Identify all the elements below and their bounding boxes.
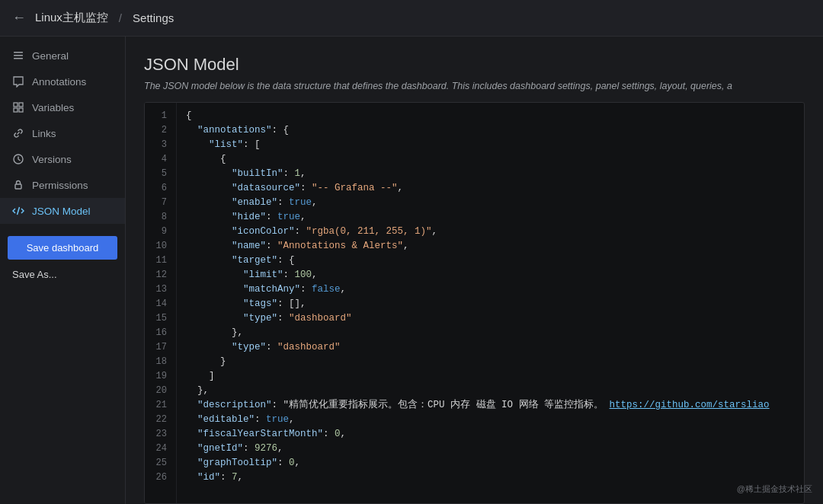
save-as-button[interactable]: Save As... <box>8 263 117 286</box>
code-line: }, <box>186 384 804 398</box>
line-number: 19 <box>145 369 167 384</box>
line-number: 25 <box>145 456 167 471</box>
general-icon <box>12 49 24 62</box>
line-number: 8 <box>145 210 167 225</box>
line-number: 6 <box>145 181 167 196</box>
line-number: 2 <box>145 123 167 138</box>
code-line: "enable": true, <box>186 196 804 210</box>
topbar: ← Linux主机监控 / Settings <box>0 0 823 37</box>
dashboard-name: Linux主机监控 <box>35 11 108 25</box>
content-area: JSON Model The JSON model below is the d… <box>126 37 823 504</box>
line-number: 3 <box>145 138 167 152</box>
code-line: "datasource": "-- Grafana --", <box>186 181 804 196</box>
line-numbers: 1234567891011121314151617181920212223242… <box>145 103 177 503</box>
code-line: "id": 7, <box>186 471 804 485</box>
line-number: 10 <box>145 239 167 254</box>
sidebar-item-general[interactable]: General <box>0 43 125 69</box>
line-number: 7 <box>145 196 167 210</box>
sidebar: GeneralAnnotationsVariablesLinksVersions… <box>0 37 126 504</box>
sidebar-item-label-versions: Versions <box>32 154 72 165</box>
code-line: { <box>186 109 804 123</box>
watermark: @稀土掘金技术社区 <box>737 483 812 495</box>
sidebar-item-label-json-model: JSON Model <box>32 206 91 217</box>
line-number: 13 <box>145 282 167 297</box>
variables-icon <box>12 101 24 113</box>
line-number: 16 <box>145 326 167 340</box>
sidebar-actions: Save dashboard Save As... <box>0 236 125 286</box>
json-editor[interactable]: 1234567891011121314151617181920212223242… <box>144 102 805 504</box>
line-number: 12 <box>145 268 167 282</box>
page-title: JSON Model <box>144 55 805 75</box>
line-number: 20 <box>145 384 167 398</box>
code-line: "annotations": { <box>186 123 804 138</box>
line-number: 11 <box>145 254 167 268</box>
svg-rect-2 <box>14 58 23 59</box>
line-number: 15 <box>145 311 167 326</box>
line-number: 23 <box>145 427 167 442</box>
sidebar-item-permissions[interactable]: Permissions <box>0 172 125 198</box>
code-line: "list": [ <box>186 138 804 152</box>
breadcrumb-separator: / <box>119 11 122 24</box>
code-line: "editable": true, <box>186 413 804 427</box>
code-line: "description": "精简优化重要指标展示。包含：CPU 内存 磁盘 … <box>186 398 804 413</box>
sidebar-item-label-annotations: Annotations <box>32 76 86 88</box>
code-content[interactable]: { "annotations": { "list": [ { "builtIn"… <box>177 103 804 503</box>
sidebar-item-links[interactable]: Links <box>0 120 125 146</box>
line-number: 9 <box>145 225 167 239</box>
code-line: "type": "dashboard" <box>186 340 804 355</box>
line-number: 18 <box>145 355 167 369</box>
code-line: }, <box>186 326 804 340</box>
links-icon <box>12 127 24 139</box>
sidebar-item-label-permissions: Permissions <box>32 180 88 191</box>
versions-icon <box>12 153 24 165</box>
sidebar-nav: GeneralAnnotationsVariablesLinksVersions… <box>0 43 125 224</box>
code-line: ] <box>186 369 804 384</box>
line-number: 17 <box>145 340 167 355</box>
code-line: { <box>186 152 804 167</box>
code-line: "matchAny": false, <box>186 282 804 297</box>
svg-rect-4 <box>19 103 23 107</box>
sidebar-item-label-general: General <box>32 50 69 62</box>
line-number: 24 <box>145 442 167 456</box>
content-description: The JSON model below is the data structu… <box>144 81 805 91</box>
line-number: 4 <box>145 152 167 167</box>
permissions-icon <box>12 179 24 191</box>
code-line: "name": "Annotations & Alerts", <box>186 239 804 254</box>
svg-rect-3 <box>14 103 18 107</box>
line-number: 14 <box>145 297 167 311</box>
svg-rect-5 <box>14 108 18 112</box>
code-line: "builtIn": 1, <box>186 167 804 181</box>
save-dashboard-button[interactable]: Save dashboard <box>8 236 117 260</box>
line-number: 22 <box>145 413 167 427</box>
sidebar-item-annotations[interactable]: Annotations <box>0 69 125 94</box>
json-model-icon <box>12 205 24 217</box>
line-number: 1 <box>145 109 167 123</box>
main-layout: GeneralAnnotationsVariablesLinksVersions… <box>0 37 823 504</box>
annotations-icon <box>12 75 24 88</box>
code-line: "graphTooltip": 0, <box>186 456 804 471</box>
sidebar-item-label-links: Links <box>32 128 56 139</box>
code-line: "target": { <box>186 254 804 268</box>
code-line: "hide": true, <box>186 210 804 225</box>
code-line: "tags": [], <box>186 297 804 311</box>
sidebar-item-json-model[interactable]: JSON Model <box>0 198 125 224</box>
line-number: 26 <box>145 471 167 485</box>
code-line: } <box>186 355 804 369</box>
sidebar-item-label-variables: Variables <box>32 102 74 113</box>
svg-rect-6 <box>19 108 23 112</box>
svg-rect-8 <box>15 184 21 189</box>
sidebar-item-versions[interactable]: Versions <box>0 146 125 172</box>
line-number: 5 <box>145 167 167 181</box>
svg-rect-1 <box>14 55 23 56</box>
page-name: Settings <box>133 11 174 24</box>
code-line: "gnetId": 9276, <box>186 442 804 456</box>
back-icon[interactable]: ← <box>12 10 26 26</box>
code-line: "type": "dashboard" <box>186 311 804 326</box>
line-number: 21 <box>145 398 167 413</box>
svg-rect-0 <box>14 52 23 53</box>
code-line: "fiscalYearStartMonth": 0, <box>186 427 804 442</box>
sidebar-item-variables[interactable]: Variables <box>0 94 125 120</box>
code-line: "iconColor": "rgba(0, 211, 255, 1)", <box>186 225 804 239</box>
code-line: "limit": 100, <box>186 268 804 282</box>
